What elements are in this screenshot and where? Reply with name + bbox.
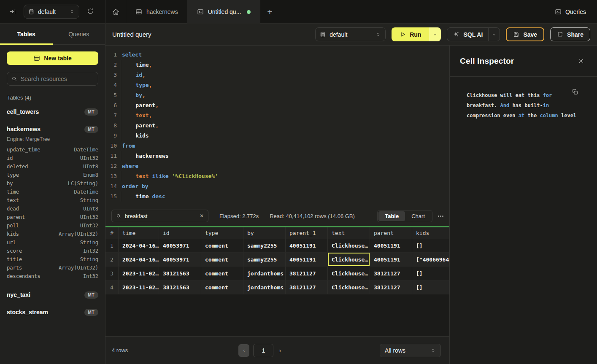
refresh-icon[interactable]	[86, 8, 94, 15]
previous-page-button[interactable]: ‹	[238, 344, 249, 357]
editor-line[interactable]: 9 kids	[105, 131, 449, 141]
table-cell[interactable]: ["40066964…	[412, 253, 449, 267]
column-header-index[interactable]: #	[105, 227, 119, 239]
editor-line[interactable]: 6 parent,	[105, 100, 449, 111]
run-options-button[interactable]	[429, 27, 441, 41]
editor-line[interactable]: 10from	[105, 141, 449, 151]
table-cell[interactable]: 38121563	[159, 280, 201, 294]
new-tab-button[interactable]: +	[260, 0, 279, 24]
editor-line[interactable]: 8 parent,	[105, 121, 449, 131]
table-cell[interactable]: 38121127	[370, 280, 412, 294]
table-cell[interactable]: 40053971	[159, 253, 201, 267]
editor-line[interactable]: 12where	[105, 161, 449, 171]
editor-line[interactable]: 5 by,	[105, 90, 449, 100]
database-selector[interactable]: default	[24, 5, 79, 19]
editor-line[interactable]: 2 time,	[105, 60, 449, 70]
table-cell[interactable]: []	[412, 267, 449, 280]
table-cell[interactable]: 2023-11-02…	[119, 280, 159, 294]
table-cell[interactable]: sammy2255	[243, 239, 286, 253]
results-search-input[interactable]	[125, 213, 196, 219]
share-button[interactable]: Share	[550, 27, 590, 41]
close-icon[interactable]	[578, 58, 584, 64]
new-table-button[interactable]: New table	[7, 51, 98, 65]
table-cell[interactable]: jordanthoms	[243, 267, 286, 280]
results-search[interactable]: ✕	[111, 210, 208, 222]
editor-line[interactable]: 15 time desc	[105, 191, 449, 202]
editor-line[interactable]: 4 type,	[105, 80, 449, 90]
column-header-parent_1[interactable]: parent_1	[286, 227, 328, 239]
column-header-type[interactable]: type	[201, 227, 243, 239]
view-tab-chart[interactable]: Chart	[405, 211, 431, 221]
sidebar-table-hackernews[interactable]: hackernewsMT	[7, 123, 98, 135]
more-options-icon[interactable]	[438, 216, 443, 217]
tab-home[interactable]	[105, 0, 126, 24]
table-cell[interactable]: Clickhouse…	[328, 239, 370, 253]
table-cell[interactable]: sammy2255	[243, 253, 286, 267]
row-number: 2	[105, 253, 119, 267]
table-cell[interactable]: 40051191	[286, 239, 328, 253]
table-cell[interactable]: comment	[201, 280, 243, 294]
table-cell[interactable]: comment	[201, 267, 243, 280]
elapsed-stat: Elapsed: 2.772s	[219, 213, 259, 219]
page-size-select[interactable]: All rows	[380, 344, 441, 357]
table-cell[interactable]: Clickhouse…	[328, 267, 370, 280]
table-cell[interactable]: 40051191	[370, 239, 412, 253]
table-cell[interactable]: 2023-11-02…	[119, 267, 159, 280]
table-cell[interactable]: Clickhouse…	[328, 280, 370, 294]
run-button[interactable]: Run	[392, 27, 429, 41]
tab-untitled-query[interactable]: Untitled qu...	[188, 0, 261, 24]
sidebar-table-cell_towers[interactable]: cell_towersMT	[7, 105, 98, 118]
table-cell[interactable]: 40051191	[370, 253, 412, 267]
sidebar-tab-queries[interactable]: Queries	[53, 24, 105, 44]
sidebar-table-stocks_stream[interactable]: stocks_streamMT	[7, 306, 98, 318]
sql-editor[interactable]: 1select2 time,3 id,4 type,5 by,6 parent,…	[105, 46, 449, 206]
table-cell[interactable]: 2024-04-16…	[119, 239, 159, 253]
table-cell[interactable]: 40053971	[159, 239, 201, 253]
tables-section-label: Tables (4)	[7, 94, 98, 101]
column-name: text	[7, 197, 19, 203]
table-cell[interactable]: jordanthoms	[243, 280, 286, 294]
queries-button[interactable]: Queries	[555, 0, 586, 24]
editor-line[interactable]: 14order by	[105, 181, 449, 191]
table-cell[interactable]: 38121127	[286, 267, 328, 280]
column-header-parent[interactable]: parent	[370, 227, 412, 239]
collapse-sidebar-icon[interactable]	[9, 8, 16, 15]
table-cell[interactable]: []	[412, 239, 449, 253]
query-database-selector[interactable]: default	[315, 27, 386, 41]
sidebar-table-nyc_taxi[interactable]: nyc_taxiMT	[7, 289, 98, 301]
table-icon	[135, 8, 142, 15]
save-button[interactable]: Save	[506, 27, 544, 41]
table-cell[interactable]: 40051191	[286, 253, 328, 267]
editor-line[interactable]: 3 id,	[105, 70, 449, 80]
sidebar-search-input[interactable]	[21, 75, 94, 82]
sidebar-search[interactable]	[7, 72, 98, 86]
tab-hackernews[interactable]: hackernews	[126, 0, 188, 24]
column-header-id[interactable]: id	[159, 227, 201, 239]
table-cell[interactable]: comment	[201, 253, 243, 267]
copy-icon[interactable]	[572, 89, 578, 95]
next-page-button[interactable]: ›	[279, 347, 281, 354]
column-header-text[interactable]: text	[328, 227, 370, 239]
view-tab-table[interactable]: Table	[378, 211, 405, 221]
table-cell[interactable]: 2024-04-16…	[119, 253, 159, 267]
sidebar-tab-tables[interactable]: Tables	[0, 24, 53, 44]
column-row: update_timeDateTime	[7, 146, 98, 154]
column-header-time[interactable]: time	[119, 227, 159, 239]
editor-line[interactable]: 1select	[105, 50, 449, 60]
page-number-input[interactable]	[253, 344, 273, 357]
sql-ai-options-button[interactable]	[488, 28, 500, 41]
table-cell[interactable]: Clickhouse…	[328, 253, 370, 267]
table-cell[interactable]: []	[412, 280, 449, 294]
table-cell[interactable]: 38121563	[159, 267, 201, 280]
table-cell[interactable]: 38121127	[286, 280, 328, 294]
column-header-kids[interactable]: kids	[412, 227, 449, 239]
editor-line[interactable]: 7 text,	[105, 111, 449, 121]
table-cell[interactable]: comment	[201, 239, 243, 253]
editor-line[interactable]: 11 hackernews	[105, 151, 449, 161]
table-cell[interactable]: 38121127	[370, 267, 412, 280]
column-type: UInt32	[80, 214, 98, 220]
editor-line[interactable]: 13 text ilike '%ClickHouse%'	[105, 171, 449, 181]
column-header-by[interactable]: by	[243, 227, 286, 239]
clear-search-icon[interactable]: ✕	[200, 213, 204, 219]
sql-ai-button[interactable]: SQL AI	[447, 28, 488, 41]
